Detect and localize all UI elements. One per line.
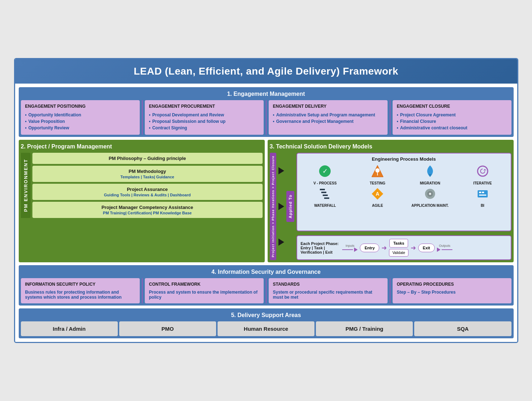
col1-header: ENGAGEMENT POSITIONING xyxy=(25,104,135,109)
pm-card-2-sub: Guiding Tools | Reviews & Audits | Dashb… xyxy=(37,193,258,197)
col1-item1: Opportunity Identification xyxy=(25,112,135,118)
model-2-label: MIGRATION xyxy=(405,181,455,185)
sec4-col4-text: Step – By – Step Procedures xyxy=(397,290,507,295)
section5-col2: Human Resource xyxy=(218,321,314,336)
section5: 5. Delivery Support Areas Infra / Admin … xyxy=(19,308,514,338)
svg-point-4 xyxy=(478,166,488,176)
middle-row: 2. Project / Program Management PM ENVIR… xyxy=(19,140,514,262)
model-6-label: APPLICATION MAINT. xyxy=(405,204,455,208)
outputs-label: Outputs xyxy=(439,244,451,248)
section2: 2. Project / Program Management PM ENVIR… xyxy=(19,140,265,262)
arrow3 xyxy=(278,239,284,246)
col4-item2: Financial Closure xyxy=(397,118,507,125)
inputs-section: Inputs xyxy=(342,244,358,252)
col2-item3: Contract Signing xyxy=(149,125,259,131)
section5-title: 5. Delivery Support Areas xyxy=(21,311,511,321)
section1-columns: ENGAGEMENT POSITIONING Opportunity Ident… xyxy=(21,100,511,135)
outputs-section: Outputs xyxy=(437,244,452,252)
svg-rect-18 xyxy=(479,195,486,196)
model-0: ✓ V - PROCESS xyxy=(300,165,350,185)
col3-item2: Governance and Project Management xyxy=(273,118,383,125)
eng-area: Engineering Process Models ✓ V - PROCESS xyxy=(296,153,511,260)
section3-title: 3. Technical Solution Delivery Models xyxy=(270,142,511,153)
svg-text:A: A xyxy=(376,191,379,197)
section5-col0: Infra / Admin xyxy=(21,321,118,336)
arrow-tasks-exit: ➜ xyxy=(411,244,416,252)
svg-rect-15 xyxy=(478,190,488,197)
framework-container: LEAD (Lean, Efficient, and Agile Deliver… xyxy=(14,58,518,343)
model-1-label: TESTING xyxy=(352,181,403,185)
section1-col3: ENGAGEMENT DELIVERY Administrative Setup… xyxy=(269,100,388,135)
pm-cards: PM Philosophy – Guiding principle PM Met… xyxy=(31,153,263,218)
pm-card-1-title: PM Methodology xyxy=(37,169,258,174)
col1-item2: Value Proposition xyxy=(25,118,135,125)
inputs-label: Inputs xyxy=(346,244,355,248)
section3-main: Project Initiation > Phase Iterations > … xyxy=(270,153,511,260)
model-4-icon xyxy=(300,187,350,203)
col2-item1: Proposal Development and Review xyxy=(149,112,259,118)
applied-label: Applied To xyxy=(286,191,294,222)
tasks-validate-col: Tasks Validate xyxy=(389,239,408,257)
pm-env-label: PM ENVIRONMENT xyxy=(21,153,31,218)
entry-box: Entry xyxy=(360,244,379,252)
sec4-col3-header: STANDARDS xyxy=(273,282,383,287)
sec4-divider3 xyxy=(390,278,390,303)
section5-col4: SQA xyxy=(414,321,511,336)
sec4-col2-header: CONTROL FRAMEWORK xyxy=(149,282,259,287)
section4-columns: INFORMATION SECURITY POLICY Business rul… xyxy=(21,278,511,303)
section1-col1: ENGAGEMENT POSITIONING Opportunity Ident… xyxy=(21,100,140,135)
section1-title: 1. Engagement Management xyxy=(21,89,511,100)
sec4-col1-header: INFORMATION SECURITY POLICY xyxy=(25,282,135,287)
pm-card-0-title: PM Philosophy – Guiding principle xyxy=(37,156,258,161)
section1-col4: ENGAGEMENT CLOSURE Project Closure Agree… xyxy=(393,100,511,135)
section5-col1: PMO xyxy=(119,321,216,336)
sec4-col2-text: Process and system to ensure the impleme… xyxy=(149,290,259,300)
pm-card-2: Project Assurance Guiding Tools | Review… xyxy=(32,184,263,200)
svg-point-14 xyxy=(429,193,431,195)
col4-header: ENGAGEMENT CLOSURE xyxy=(397,104,507,109)
entry-diagram: Inputs Entry ➜ Tasks xyxy=(342,239,507,257)
model-2: MIGRATION xyxy=(405,165,455,185)
section1-col2: ENGAGEMENT PROCUREMENT Proposal Developm… xyxy=(145,100,264,135)
sec4-divider1 xyxy=(142,278,143,303)
svg-rect-9 xyxy=(324,197,329,199)
divider2 xyxy=(266,100,267,135)
model-3-label: ITERATIVE xyxy=(457,181,508,185)
model-4: WATERFALL xyxy=(300,187,350,208)
main-title: LEAD (Lean, Efficient, and Agile Deliver… xyxy=(15,59,517,84)
model-1-icon xyxy=(352,165,403,181)
col3-item1: Administrative Setup and Program managem… xyxy=(273,112,383,118)
pm-card-0: PM Philosophy – Guiding principle xyxy=(32,153,263,164)
model-7: BI xyxy=(457,187,508,208)
arrow-entry-tasks: ➜ xyxy=(381,244,387,252)
col4-item3: Administrative contract closeout xyxy=(397,125,507,131)
section2-inner: PM ENVIRONMENT PM Philosophy – Guiding p… xyxy=(21,153,263,218)
svg-marker-5 xyxy=(483,169,486,170)
sec4-col3-text: System or procedural specific requiremen… xyxy=(273,290,383,300)
svg-point-2 xyxy=(375,168,380,173)
eng-models: Engineering Process Models ✓ V - PROCESS xyxy=(296,153,511,231)
model-6-icon xyxy=(405,187,455,203)
col2-item2: Proposal Submission and follow up xyxy=(149,118,259,125)
section1: 1. Engagement Management ENGAGEMENT POSI… xyxy=(19,87,514,137)
pm-card-1: PM Methodology Templates | Tasks| Guidan… xyxy=(32,166,263,182)
arrow1 xyxy=(278,167,284,174)
validate-box: Validate xyxy=(389,249,408,257)
phase-text: Each Project Phase: Entry | Task | Verif… xyxy=(301,241,339,254)
section4-col3: STANDARDS System or procedural specific … xyxy=(269,278,388,303)
svg-rect-7 xyxy=(321,192,326,193)
pm-card-3-sub: PM Training| Certification| PM Knowledge… xyxy=(37,211,258,215)
section3-bottom: Each Project Phase: Entry | Task | Verif… xyxy=(296,235,511,260)
exit-box: Exit xyxy=(418,244,435,252)
applied-col: Applied To xyxy=(286,153,294,260)
section2-title: 2. Project / Program Management xyxy=(21,142,263,153)
pm-card-3: Project Manager Competency Assistance PM… xyxy=(32,202,263,218)
section5-col3: PMG / Training xyxy=(316,321,413,336)
phase-labels: Project Initiation > Phase Iterations > … xyxy=(270,153,276,260)
model-4-label: WATERFALL xyxy=(300,204,350,208)
model-1: TESTING xyxy=(352,165,403,185)
model-7-label: BI xyxy=(457,204,508,208)
model-0-icon: ✓ xyxy=(300,165,350,181)
section4-title: 4. Information Security and Governance xyxy=(21,267,511,278)
section4-col2: CONTROL FRAMEWORK Process and system to … xyxy=(145,278,264,303)
